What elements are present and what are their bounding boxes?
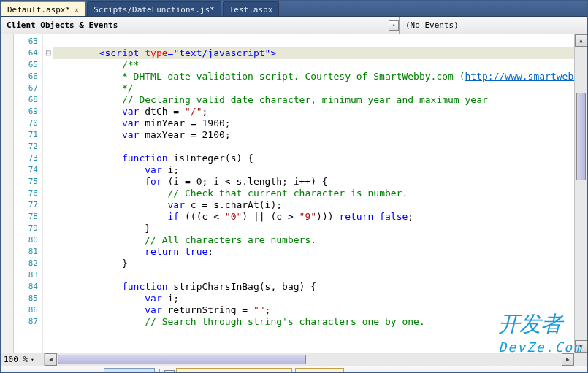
line-number: 66 [14, 71, 42, 82]
line-number: 79 [14, 223, 42, 234]
document-tab-strip: Default.aspx* ✕ Scripts/DateFunctions.js… [1, 1, 587, 17]
code-line[interactable]: /** [53, 59, 574, 71]
fold-toggle-icon [43, 71, 53, 82]
line-number: 72 [14, 141, 42, 153]
chevron-down-icon[interactable]: ▾ [389, 20, 399, 31]
scroll-right-arrow-icon[interactable]: ▶ [562, 353, 574, 366]
fold-toggle-icon [43, 281, 53, 293]
line-number: 70 [14, 118, 42, 129]
line-number: 73 [14, 153, 42, 164]
breadcrumb-content[interactable]: <asp:Content#Content4> [176, 368, 293, 373]
line-number: 80 [14, 234, 42, 246]
line-number: 75 [14, 176, 42, 188]
breadcrumb-prev-icon[interactable]: ◀ [164, 370, 175, 374]
fold-toggle-icon [43, 199, 53, 211]
split-view-button[interactable]: Split [56, 368, 102, 373]
line-number: 67 [14, 82, 42, 94]
view-label: Source [121, 370, 150, 373]
line-number: 86 [14, 304, 42, 316]
code-line[interactable]: var i; [53, 164, 574, 176]
line-number: 63 [14, 36, 42, 47]
code-line[interactable] [53, 269, 574, 281]
line-number: 81 [14, 246, 42, 258]
nav-event-dropdown[interactable]: (No Events) [399, 17, 581, 34]
fold-toggle-icon [43, 293, 53, 304]
vertical-scrollbar[interactable]: ▲ ▼ [574, 34, 587, 353]
scroll-thumb[interactable] [58, 355, 306, 364]
code-line[interactable]: var i; [53, 293, 574, 304]
code-line[interactable]: // Declaring valid date character, minim… [53, 94, 574, 106]
horizontal-scroll-row: 100 % ▾ ◀ ▶ [1, 353, 587, 366]
line-number-gutter: 6364656667686970717273747576777879808182… [14, 34, 43, 353]
tab-datefunctions-js[interactable]: Scripts/DateFunctions.js* [87, 1, 221, 16]
code-line[interactable]: } [53, 258, 574, 269]
code-line[interactable]: var minYear = 1900; [53, 118, 574, 129]
breadcrumb-script[interactable]: <script> [295, 368, 344, 373]
line-number: 84 [14, 281, 42, 293]
code-line[interactable]: var returnString = ""; [53, 304, 574, 316]
fold-toggle-icon [43, 129, 53, 141]
scroll-left-arrow-icon[interactable]: ◀ [45, 353, 57, 366]
line-number: 77 [14, 199, 42, 211]
separator [159, 369, 160, 374]
code-line[interactable]: <script type="text/javascript"> [53, 47, 574, 59]
code-line[interactable] [53, 141, 574, 153]
fold-toggle-icon [43, 59, 53, 71]
fold-toggle-icon [43, 164, 53, 176]
design-view-button[interactable]: Design [4, 368, 55, 373]
line-number: 85 [14, 293, 42, 304]
code-line[interactable]: // Search through string's characters on… [53, 316, 574, 328]
fold-toggle-icon [43, 153, 53, 164]
tab-label: Test.aspx [229, 5, 273, 15]
fold-toggle-icon[interactable]: ⊟ [43, 47, 53, 59]
code-line[interactable]: var maxYear = 2100; [53, 129, 574, 141]
fold-toggle-icon [43, 82, 53, 94]
fold-margin: ⊟ [43, 34, 53, 353]
zoom-dropdown[interactable]: 100 % ▾ [1, 353, 45, 366]
line-number: 78 [14, 211, 42, 223]
code-line[interactable]: // Check that current character is numbe… [53, 188, 574, 199]
fold-toggle-icon [43, 211, 53, 223]
fold-toggle-icon [43, 106, 53, 118]
code-line[interactable]: function stripCharsInBag(s, bag) { [53, 281, 574, 293]
line-number: 82 [14, 258, 42, 269]
code-line[interactable]: if (((c < "0") || (c > "9"))) return fal… [53, 211, 574, 223]
indicator-margin [1, 34, 14, 353]
scroll-up-arrow-icon[interactable]: ▲ [575, 34, 587, 47]
code-line[interactable] [53, 36, 574, 47]
code-line[interactable]: function isInteger(s) { [53, 153, 574, 164]
fold-toggle-icon [43, 304, 53, 316]
nav-element-dropdown[interactable]: Client Objects & Events [7, 20, 389, 30]
close-icon[interactable]: ✕ [75, 6, 79, 14]
code-line[interactable]: * DHTML date validation script. Courtesy… [53, 71, 574, 82]
code-line[interactable]: */ [53, 82, 574, 94]
tab-test-aspx[interactable]: Test.aspx [223, 1, 280, 16]
fold-toggle-icon [43, 258, 53, 269]
tab-default-aspx[interactable]: Default.aspx* ✕ [1, 1, 85, 16]
line-number: 64 [14, 47, 42, 59]
code-line[interactable]: var c = s.charAt(i); [53, 199, 574, 211]
fold-toggle-icon [43, 316, 53, 328]
code-line[interactable]: return true; [53, 246, 574, 258]
fold-toggle-icon [43, 234, 53, 246]
scroll-down-arrow-icon[interactable]: ▼ [575, 340, 587, 353]
code-line[interactable]: } [53, 223, 574, 234]
line-number: 76 [14, 188, 42, 199]
scroll-thumb[interactable] [576, 93, 586, 180]
view-label: Design [20, 370, 50, 373]
zoom-value: 100 % [4, 355, 28, 364]
code-area[interactable]: <script type="text/javascript"> /** * DH… [53, 34, 574, 353]
line-number: 87 [14, 316, 42, 328]
view-mode-bar: Design Split Source ◀ <asp:Content#Conte… [1, 366, 587, 373]
code-line[interactable]: var dtCh = "/"; [53, 106, 574, 118]
code-line[interactable]: // All characters are numbers. [53, 234, 574, 246]
line-number: 69 [14, 106, 42, 118]
line-number: 83 [14, 269, 42, 281]
line-number: 71 [14, 129, 42, 141]
code-line[interactable]: for (i = 0; i < s.length; i++) { [53, 176, 574, 188]
fold-toggle-icon [43, 118, 53, 129]
source-view-button[interactable]: Source [104, 368, 155, 373]
fold-toggle-icon [43, 141, 53, 153]
code-editor: 6364656667686970717273747576777879808182… [1, 34, 587, 353]
horizontal-scrollbar[interactable]: ◀ ▶ [45, 353, 574, 366]
